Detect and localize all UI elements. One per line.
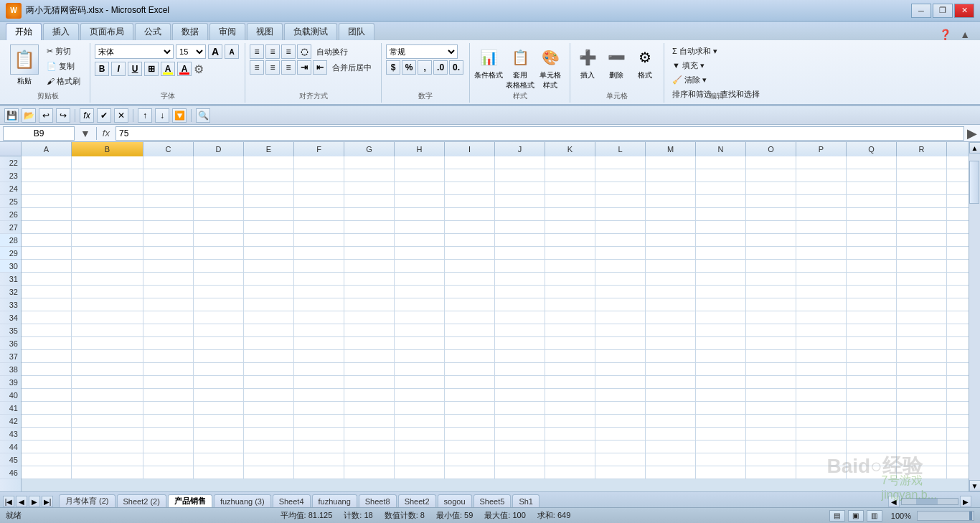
cell-L-37[interactable] (595, 350, 646, 363)
cell-C-41[interactable] (143, 402, 194, 415)
cell-H-35[interactable] (395, 324, 445, 337)
cell-H-44[interactable] (395, 440, 445, 453)
cell-B-30[interactable] (72, 260, 143, 273)
cell-I-39[interactable] (445, 376, 495, 389)
cell-F-44[interactable] (294, 440, 344, 453)
cell-G-26[interactable] (344, 208, 395, 221)
col-header-l[interactable]: L (595, 142, 646, 156)
cell-J-36[interactable] (495, 337, 545, 350)
cell-Q-29[interactable] (847, 247, 897, 260)
cell-S-28[interactable] (947, 234, 969, 247)
cell-L-35[interactable] (595, 324, 646, 337)
cell-G-27[interactable] (344, 221, 395, 234)
cell-I-25[interactable] (445, 195, 495, 208)
format-button[interactable]: ⚙ (632, 44, 658, 70)
cell-M-44[interactable] (646, 440, 696, 453)
row-num-26[interactable]: 26 (0, 208, 21, 221)
restore-button[interactable]: ❐ (933, 4, 953, 18)
cell-L-22[interactable] (595, 156, 646, 169)
cell-H-41[interactable] (395, 402, 445, 415)
row-num-43[interactable]: 43 (0, 428, 21, 440)
sheet-tab-sheet5[interactable]: Sheet5 (473, 494, 512, 507)
qt-redo-button[interactable]: ↪ (56, 108, 70, 123)
cell-L-31[interactable] (595, 273, 646, 286)
cell-P-41[interactable] (796, 402, 847, 415)
cell-H-22[interactable] (395, 156, 445, 169)
cell-R-40[interactable] (897, 389, 947, 402)
cell-F-29[interactable] (294, 247, 344, 260)
cell-L-41[interactable] (595, 402, 646, 415)
cell-S-29[interactable] (947, 247, 969, 260)
cell-Q-36[interactable] (847, 337, 897, 350)
sheet-tab-chanpinxiaoshou[interactable]: 产品销售 (168, 494, 212, 507)
cell-Q-40[interactable] (847, 389, 897, 402)
cell-P-32[interactable] (796, 286, 847, 298)
cell-S-39[interactable] (947, 376, 969, 389)
indent-button[interactable]: ⇥ (297, 60, 311, 75)
cell-M-38[interactable] (646, 363, 696, 376)
cell-P-37[interactable] (796, 350, 847, 363)
cell-C-44[interactable] (143, 440, 194, 453)
cell-I-29[interactable] (445, 247, 495, 260)
fill-button[interactable]: ▼ 填充 ▾ (669, 59, 763, 72)
cell-H-40[interactable] (395, 389, 445, 402)
cell-J-39[interactable] (495, 376, 545, 389)
cell-B-39[interactable] (72, 376, 143, 389)
cell-B-36[interactable] (72, 337, 143, 350)
cell-Q-37[interactable] (847, 350, 897, 363)
cell-C-32[interactable] (143, 286, 194, 298)
cell-E-43[interactable] (244, 428, 294, 440)
cell-S-23[interactable] (947, 169, 969, 182)
cell-Q-24[interactable] (847, 182, 897, 195)
cell-F-22[interactable] (294, 156, 344, 169)
cell-J-23[interactable] (495, 169, 545, 182)
cell-M-45[interactable] (646, 453, 696, 466)
cell-S-37[interactable] (947, 350, 969, 363)
align-top-right-button[interactable]: ≡ (281, 44, 296, 59)
cell-M-39[interactable] (646, 376, 696, 389)
tab-insert[interactable]: 插入 (43, 23, 79, 40)
cell-J-32[interactable] (495, 286, 545, 298)
cell-G-42[interactable] (344, 415, 395, 428)
cell-G-40[interactable] (344, 389, 395, 402)
row-num-34[interactable]: 34 (0, 311, 21, 324)
cell-F-24[interactable] (294, 182, 344, 195)
cell-K-43[interactable] (545, 428, 595, 440)
cell-K-31[interactable] (545, 273, 595, 286)
cell-R-23[interactable] (897, 169, 947, 182)
cell-B-27[interactable] (72, 221, 143, 234)
cell-Q-25[interactable] (847, 195, 897, 208)
italic-button[interactable]: I (111, 62, 126, 76)
cell-E-38[interactable] (244, 363, 294, 376)
cell-C-25[interactable] (143, 195, 194, 208)
cell-O-35[interactable] (746, 324, 796, 337)
cell-C-24[interactable] (143, 182, 194, 195)
cut-button[interactable]: ✂ 剪切 (43, 44, 84, 58)
cell-E-33[interactable] (244, 298, 294, 311)
sheet-tab-sheet2[interactable]: Sheet2 (398, 494, 436, 507)
cell-R-31[interactable] (897, 273, 947, 286)
zoom-slider-thumb[interactable] (969, 512, 972, 520)
cell-I-28[interactable] (445, 234, 495, 247)
font-options-button[interactable]: ⚙ (194, 62, 204, 76)
tab-team[interactable]: 团队 (339, 23, 374, 40)
cell-K-41[interactable] (545, 402, 595, 415)
cell-D-34[interactable] (194, 311, 244, 324)
col-header-h[interactable]: H (395, 142, 445, 156)
cell-H-26[interactable] (395, 208, 445, 221)
cell-K-30[interactable] (545, 260, 595, 273)
cell-O-26[interactable] (746, 208, 796, 221)
cell-B-46[interactable] (72, 466, 143, 479)
cell-L-42[interactable] (595, 415, 646, 428)
cell-B-31[interactable] (72, 273, 143, 286)
cell-E-40[interactable] (244, 389, 294, 402)
col-header-r[interactable]: R (897, 142, 947, 156)
row-num-36[interactable]: 36 (0, 337, 21, 350)
cell-C-34[interactable] (143, 311, 194, 324)
cell-F-32[interactable] (294, 286, 344, 298)
cell-M-34[interactable] (646, 311, 696, 324)
cell-P-23[interactable] (796, 169, 847, 182)
cell-P-42[interactable] (796, 415, 847, 428)
cell-D-37[interactable] (194, 350, 244, 363)
cell-D-25[interactable] (194, 195, 244, 208)
